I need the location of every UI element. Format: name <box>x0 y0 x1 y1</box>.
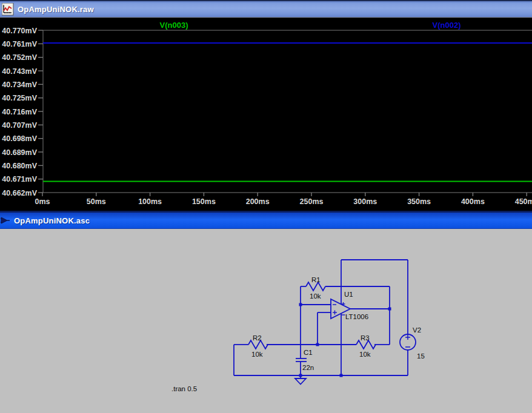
r3-value[interactable]: 10k <box>359 351 371 358</box>
v2-name[interactable]: V2 <box>413 326 421 334</box>
x-tick-label: 150ms <box>192 197 216 206</box>
x-tick-label: 0ms <box>35 197 50 206</box>
schematic-window-titlebar[interactable]: OpAmpUniNOK.asc <box>0 211 532 229</box>
v2-value[interactable]: 15 <box>417 352 425 360</box>
y-tick-label: 40.770mV <box>2 27 37 35</box>
x-tick-label: 350ms <box>407 197 431 206</box>
c1-value[interactable]: 22n <box>302 364 314 371</box>
u1-value[interactable]: LT1006 <box>345 313 368 320</box>
x-tick-label: 50ms <box>87 197 106 206</box>
waveform-file-icon <box>2 3 15 16</box>
y-tick-label: 40.734mV <box>2 81 37 89</box>
y-tick-label: 40.662mV <box>2 189 37 197</box>
y-tick-label: 40.689mV <box>2 148 37 157</box>
v2-polarity-marks <box>405 335 410 347</box>
y-tick-label: 40.716mV <box>2 108 37 116</box>
x-tick-label: 100ms <box>138 197 162 206</box>
x-tick-label: 450ms <box>515 197 532 206</box>
y-tick-label: 40.743mV <box>2 67 37 76</box>
y-tick-label: 40.752mV <box>2 53 37 62</box>
schematic-wires[interactable] <box>234 260 408 375</box>
waveform-plot[interactable]: 40.770mV40.761mV40.752mV40.743mV40.734mV… <box>0 18 532 211</box>
resistor-r1[interactable]: R1 10k <box>306 276 325 300</box>
trace-label-V(n002)[interactable]: V(n002) <box>433 21 461 30</box>
schematic-pane[interactable]: R1 10k R2 10k R3 10k C1 22n <box>0 229 532 413</box>
y-tick-label: 40.680mV <box>2 162 37 170</box>
r1-name[interactable]: R1 <box>311 276 321 283</box>
ltspice-application: OpAmpUniNOK.raw 40.770mV40.761mV40.752mV… <box>0 0 532 413</box>
y-tick-label: 40.698mV <box>2 134 37 143</box>
r2-value[interactable]: 10k <box>251 351 263 358</box>
plot-frame <box>43 30 532 193</box>
c1-name[interactable]: C1 <box>304 349 313 356</box>
y-tick-label: 40.671mV <box>2 175 37 183</box>
waveform-window-title: OpAmpUniNOK.raw <box>18 5 94 14</box>
r3-name[interactable]: R3 <box>361 334 370 342</box>
capacitor-c1[interactable]: C1 22n <box>296 349 314 371</box>
waveform-pane[interactable]: 40.770mV40.761mV40.752mV40.743mV40.734mV… <box>0 18 532 211</box>
waveform-window-titlebar[interactable]: OpAmpUniNOK.raw <box>0 0 532 18</box>
voltage-source-v2[interactable]: V2 15 <box>400 326 425 360</box>
r1-value[interactable]: 10k <box>310 292 321 300</box>
resistor-r2[interactable]: R2 10k <box>248 334 268 358</box>
opamp-pin-marks <box>333 302 345 315</box>
y-tick-label: 40.725mV <box>2 94 37 102</box>
schematic-window-title: OpAmpUniNOK.asc <box>14 216 90 225</box>
x-tick-label: 250ms <box>300 197 324 206</box>
trace-label-V(n003)[interactable]: V(n003) <box>160 21 188 30</box>
schematic-file-icon <box>1 216 10 225</box>
opamp-u1[interactable]: U1 LT1006 <box>331 291 368 320</box>
r2-name[interactable]: R2 <box>253 334 262 342</box>
resistor-r3[interactable]: R3 10k <box>356 334 376 358</box>
spice-directive[interactable]: .tran 0.5 <box>171 385 197 392</box>
y-tick-label: 40.707mV <box>2 121 37 130</box>
u1-name[interactable]: U1 <box>344 291 353 298</box>
y-tick-label: 40.761mV <box>2 40 37 48</box>
x-tick-label: 400ms <box>461 197 485 206</box>
x-tick-label: 200ms <box>246 197 270 206</box>
x-tick-label: 300ms <box>353 197 377 206</box>
